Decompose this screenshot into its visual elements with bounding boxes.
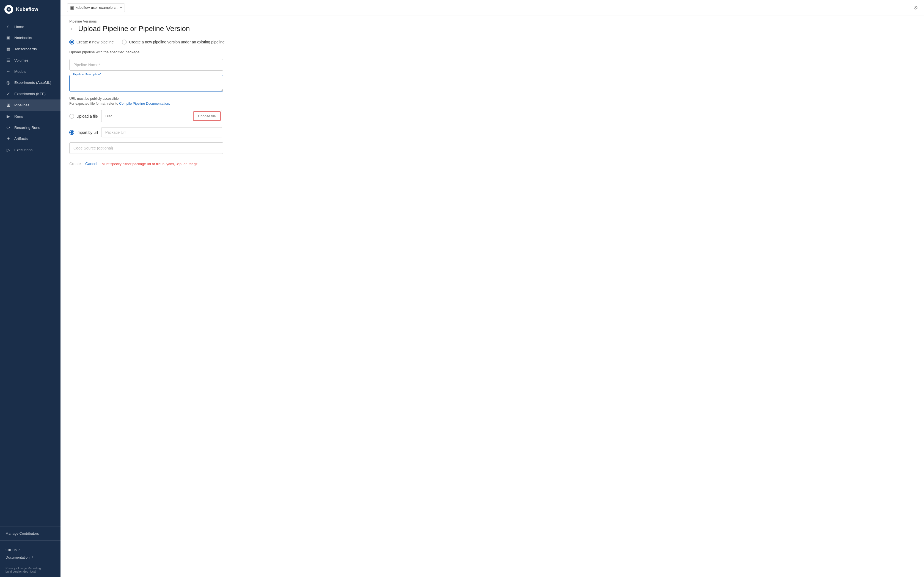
sidebar-item-volumes[interactable]: ☰ Volumes <box>0 55 60 66</box>
sidebar-item-label: Volumes <box>14 58 29 62</box>
upload-subtitle: Upload pipeline with the specified packa… <box>69 50 915 54</box>
sidebar-item-label: Models <box>14 69 26 74</box>
url-info-1: URL must be publicly accessible. <box>69 97 915 101</box>
sidebar: Kubeflow ⌂ Home ▣ Notebooks ▦ Tensorboar… <box>0 0 60 577</box>
namespace-selector[interactable]: ▣ kubeflow-user-example-c... ▾ <box>67 3 125 12</box>
source-options: Upload a file Choose file Import by url <box>69 110 915 137</box>
experiments-kfp-icon: ✓ <box>5 91 11 97</box>
tensorboards-icon: ▦ <box>5 47 11 52</box>
cancel-button[interactable]: Cancel <box>85 160 97 167</box>
notebooks-icon: ▣ <box>5 35 11 40</box>
sidebar-item-label: Artifacts <box>14 137 28 141</box>
app-logo: Kubeflow <box>0 0 60 19</box>
choose-file-button[interactable]: Choose file <box>193 111 221 121</box>
manage-contributors[interactable]: Manage Contributors <box>0 529 60 538</box>
import-url-label: Import by url <box>76 130 98 135</box>
logo-icon <box>5 5 13 14</box>
sidebar-item-label: Executions <box>14 148 32 152</box>
namespace-icon: ▣ <box>70 5 74 10</box>
recurring-runs-icon: ⏱ <box>5 125 11 130</box>
sidebar-bottom-text: Privacy • Usage Reporting build version … <box>0 564 60 577</box>
radio-import-url-circle <box>69 130 74 135</box>
radio-new-pipeline-circle <box>69 40 74 45</box>
url-input-wrapper <box>101 127 222 137</box>
main-content: ▣ kubeflow-user-example-c... ▾ ⎋ Pipelin… <box>60 0 924 577</box>
page-title: Upload Pipeline or Pipeline Version <box>78 24 190 33</box>
topbar-left: ▣ kubeflow-user-example-c... ▾ <box>67 3 125 12</box>
sidebar-item-label: Home <box>14 25 24 29</box>
radio-new-pipeline[interactable]: Create a new pipeline <box>69 40 113 45</box>
sidebar-item-label: Experiments (KFP) <box>14 92 46 96</box>
topbar: ▣ kubeflow-user-example-c... ▾ ⎋ <box>60 0 924 15</box>
sidebar-item-models[interactable]: ↔ Models <box>0 66 60 77</box>
models-icon: ↔ <box>5 69 11 74</box>
github-link[interactable]: GitHub ↗ <box>5 546 55 554</box>
pipeline-name-input[interactable] <box>69 59 223 71</box>
pipeline-name-wrapper <box>69 59 223 71</box>
page-content: Pipeline Versions ← Upload Pipeline or P… <box>60 15 924 577</box>
radio-upload-file-circle <box>69 114 74 119</box>
sidebar-item-recurring-runs[interactable]: ⏱ Recurring Runs <box>0 122 60 133</box>
runs-icon: ▶ <box>5 114 11 119</box>
radio-new-version[interactable]: Create a new pipeline version under an e… <box>122 40 225 45</box>
documentation-link[interactable]: Documentation ↗ <box>5 554 55 561</box>
radio-new-version-circle <box>122 40 127 45</box>
sidebar-item-label: Notebooks <box>14 36 32 40</box>
home-icon: ⌂ <box>5 24 11 29</box>
radio-new-version-label: Create a new pipeline version under an e… <box>129 40 225 44</box>
chevron-down-icon: ▾ <box>120 6 122 10</box>
external-link-icon: ↗ <box>31 556 34 559</box>
sidebar-nav: ⌂ Home ▣ Notebooks ▦ Tensorboards ☰ Volu… <box>0 19 60 524</box>
file-input-row: Choose file <box>101 110 222 122</box>
documentation-label: Documentation <box>5 555 29 559</box>
sidebar-item-label: Runs <box>14 114 23 118</box>
file-input[interactable] <box>102 111 192 121</box>
logout-button[interactable]: ⎋ <box>914 5 918 11</box>
sidebar-item-tensorboards[interactable]: ▦ Tensorboards <box>0 44 60 55</box>
experiments-automl-icon: ◎ <box>5 80 11 85</box>
sidebar-item-pipelines[interactable]: ⊞ Pipelines <box>0 100 60 111</box>
pipeline-description-label: Pipeline Description* <box>72 73 102 76</box>
package-url-input[interactable] <box>101 127 222 137</box>
github-label: GitHub <box>5 548 16 552</box>
pipelines-icon: ⊞ <box>5 103 11 108</box>
sidebar-item-experiments-kfp[interactable]: ✓ Experiments (KFP) <box>0 88 60 100</box>
namespace-label: kubeflow-user-example-c... <box>76 5 118 10</box>
sidebar-item-artifacts[interactable]: ✦ Artifacts <box>0 133 60 144</box>
error-message: Must specify either package url or file … <box>102 162 197 166</box>
pipeline-description-input[interactable] <box>69 75 223 92</box>
pipeline-type-radio-group: Create a new pipeline Create a new pipel… <box>69 40 915 45</box>
upload-file-label: Upload a file <box>76 114 98 118</box>
external-link-icon: ↗ <box>18 548 21 552</box>
pipeline-description-wrapper: Pipeline Description* <box>69 75 223 92</box>
radio-upload-file[interactable]: Upload a file <box>69 114 98 119</box>
radio-new-pipeline-label: Create a new pipeline <box>76 40 113 44</box>
back-button[interactable]: ← <box>69 26 75 32</box>
artifacts-icon: ✦ <box>5 136 11 141</box>
sidebar-item-experiments-automl[interactable]: ◎ Experiments (AutoML) <box>0 77 60 88</box>
code-source-input[interactable] <box>69 142 223 154</box>
action-bar: Create Cancel Must specify either packag… <box>69 160 915 167</box>
sidebar-item-label: Experiments (AutoML) <box>14 81 51 85</box>
url-info-2: For expected file format, refer to Compi… <box>69 102 915 105</box>
sidebar-item-label: Recurring Runs <box>14 126 40 130</box>
volumes-icon: ☰ <box>5 58 11 63</box>
logout-icon: ⎋ <box>914 5 918 10</box>
create-button[interactable]: Create <box>69 160 81 167</box>
sidebar-item-label: Tensorboards <box>14 47 37 51</box>
sidebar-item-home[interactable]: ⌂ Home <box>0 21 60 32</box>
sidebar-item-runs[interactable]: ▶ Runs <box>0 111 60 122</box>
sidebar-footer: GitHub ↗ Documentation ↗ <box>0 543 60 564</box>
code-source-wrapper <box>69 142 223 154</box>
sidebar-item-executions[interactable]: ▷ Executions <box>0 144 60 156</box>
radio-import-url[interactable]: Import by url <box>69 130 98 135</box>
page-header: ← Upload Pipeline or Pipeline Version <box>69 24 915 33</box>
import-url-option: Import by url <box>69 127 915 137</box>
executions-icon: ▷ <box>5 147 11 153</box>
sidebar-item-notebooks[interactable]: ▣ Notebooks <box>0 32 60 44</box>
sidebar-item-label: Pipelines <box>14 103 29 107</box>
breadcrumb: Pipeline Versions <box>69 15 915 24</box>
app-name: Kubeflow <box>16 6 38 12</box>
upload-file-option: Upload a file Choose file <box>69 110 915 122</box>
compile-pipeline-link[interactable]: Compile Pipeline Documentation. <box>119 102 170 105</box>
